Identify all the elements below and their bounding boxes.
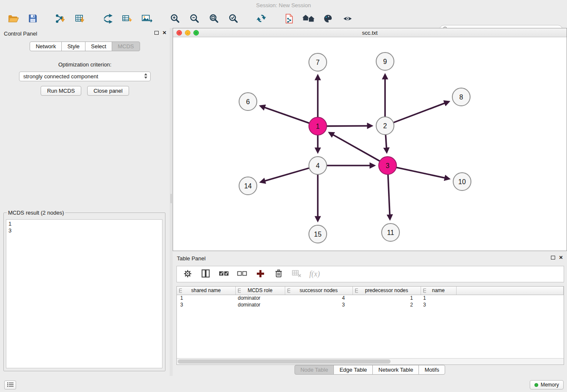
table-row[interactable]: 3dominator323: [177, 301, 564, 308]
add-row-icon: [256, 269, 265, 279]
cell-successor-nodes[interactable]: 4: [285, 295, 352, 301]
mcds-result-title: MCDS result (2 nodes): [7, 210, 65, 216]
tab-node-table[interactable]: Node Table: [295, 365, 334, 375]
edge-3-1[interactable]: [330, 133, 380, 161]
zoom-out-button[interactable]: [186, 12, 202, 26]
close-panel-icon[interactable]: ×: [162, 30, 166, 35]
chevron-updown-icon: [144, 73, 148, 80]
column-header-predecessor-nodes[interactable]: predecessor nodes: [352, 287, 421, 295]
tab-mcds[interactable]: MCDS: [112, 41, 140, 51]
delete-row-button[interactable]: [273, 269, 284, 280]
minimize-window-button[interactable]: −: [185, 30, 190, 36]
column-header-mcds-role[interactable]: MCDS role: [235, 287, 285, 295]
cell-successor-nodes[interactable]: 3: [285, 301, 352, 308]
show-columns-button[interactable]: [200, 269, 211, 280]
cell-predecessor-nodes[interactable]: 1: [352, 295, 421, 301]
horizontal-scrollbar[interactable]: [177, 358, 564, 364]
import-network-icon: [55, 14, 66, 25]
clone-network-button[interactable]: [281, 12, 297, 26]
table-row[interactable]: 1dominator411: [177, 295, 564, 301]
node-3[interactable]: 3: [379, 157, 396, 174]
tab-select[interactable]: Select: [85, 41, 112, 51]
panel-splitter[interactable]: [170, 28, 173, 376]
cell-MCDS-role[interactable]: dominator: [235, 301, 285, 308]
node-14[interactable]: 14: [239, 177, 257, 195]
settings-gear-button[interactable]: [182, 269, 193, 280]
close-panel-button[interactable]: Close panel: [87, 86, 129, 96]
edge-1-2[interactable]: [327, 126, 372, 126]
window-title: Session: New Session: [256, 2, 311, 8]
cell-MCDS-role[interactable]: dominator: [235, 295, 285, 301]
node-9[interactable]: 9: [376, 52, 394, 70]
cell-name[interactable]: 1: [421, 295, 456, 301]
node-7[interactable]: 7: [309, 53, 327, 71]
node-10[interactable]: 10: [453, 173, 471, 190]
sort-icon[interactable]: [355, 288, 359, 294]
network-graph[interactable]: 7968124314101511: [173, 37, 567, 251]
memory-button[interactable]: Memory: [530, 380, 564, 389]
import-table-icon: [74, 14, 85, 25]
edge-1-6[interactable]: [261, 106, 309, 123]
float-panel-icon[interactable]: [154, 31, 159, 35]
tab-network-table[interactable]: Network Table: [372, 365, 419, 375]
edge-3-10[interactable]: [396, 167, 449, 179]
criterion-select[interactable]: strongly connected component: [19, 72, 151, 81]
column-header-name[interactable]: name: [421, 287, 456, 295]
node-15[interactable]: 15: [309, 225, 327, 243]
node-4[interactable]: 4: [309, 157, 327, 174]
save-session-button[interactable]: [25, 12, 41, 26]
node-8[interactable]: 8: [452, 88, 470, 106]
tab-style[interactable]: Style: [61, 41, 85, 51]
import-table-button[interactable]: [72, 12, 88, 26]
network-from-table-button[interactable]: [119, 12, 135, 26]
node-11[interactable]: 11: [382, 224, 399, 241]
open-session-button[interactable]: [5, 12, 21, 26]
edge-2-8[interactable]: [394, 102, 449, 122]
style-button[interactable]: [320, 12, 336, 26]
cell-shared-name[interactable]: 3: [177, 301, 235, 308]
control-panel-tabs: Network Style Select MCDS: [0, 41, 170, 51]
node-6[interactable]: 6: [239, 93, 257, 110]
select-all-button[interactable]: [218, 269, 229, 280]
refresh-button[interactable]: [253, 12, 269, 26]
run-mcds-button[interactable]: Run MCDS: [41, 86, 81, 96]
column-header-shared-name[interactable]: shared name: [177, 287, 235, 295]
unselect-all-button[interactable]: [237, 269, 248, 280]
node-1[interactable]: 1: [309, 117, 327, 135]
home-button[interactable]: [300, 12, 317, 26]
import-network-button[interactable]: [52, 12, 69, 26]
float-table-panel-icon[interactable]: [551, 256, 555, 259]
show-hide-button[interactable]: [339, 12, 355, 26]
sort-icon[interactable]: [423, 288, 427, 294]
add-row-button[interactable]: [255, 269, 266, 280]
network-canvas[interactable]: 7968124314101511: [173, 37, 567, 251]
export-image-button[interactable]: [139, 12, 155, 26]
close-window-button[interactable]: ×: [176, 30, 182, 36]
function-builder-button[interactable]: f(x): [309, 269, 320, 280]
cell-shared-name[interactable]: 1: [177, 295, 235, 301]
edge-3-11[interactable]: [388, 174, 390, 219]
mcds-result-text[interactable]: 1 3: [6, 219, 162, 368]
node-2[interactable]: 2: [376, 117, 394, 135]
network-from-table-icon: [122, 14, 133, 25]
memory-status-icon: [534, 383, 538, 387]
sort-icon[interactable]: [179, 288, 183, 294]
task-history-button[interactable]: [4, 381, 16, 389]
column-header-successor-nodes[interactable]: successor nodes: [285, 287, 352, 295]
sort-icon[interactable]: [287, 288, 291, 294]
tab-network[interactable]: Network: [30, 41, 62, 51]
zoom-in-button[interactable]: [167, 12, 183, 26]
delete-table-button[interactable]: [291, 269, 302, 280]
tab-motifs[interactable]: Motifs: [418, 365, 445, 375]
close-table-panel-icon[interactable]: ×: [559, 255, 563, 260]
sort-icon[interactable]: [237, 288, 242, 294]
zoom-fit-button[interactable]: [206, 12, 222, 26]
cell-predecessor-nodes[interactable]: 2: [352, 301, 421, 308]
tab-edge-table[interactable]: Edge Table: [333, 365, 373, 375]
edge-2-3[interactable]: [385, 135, 387, 152]
apply-layout-button[interactable]: [100, 12, 116, 26]
edge-4-14[interactable]: [261, 168, 309, 182]
cell-name[interactable]: 3: [421, 301, 456, 308]
zoom-selected-button[interactable]: [225, 12, 241, 26]
zoom-window-button[interactable]: +: [193, 30, 199, 36]
